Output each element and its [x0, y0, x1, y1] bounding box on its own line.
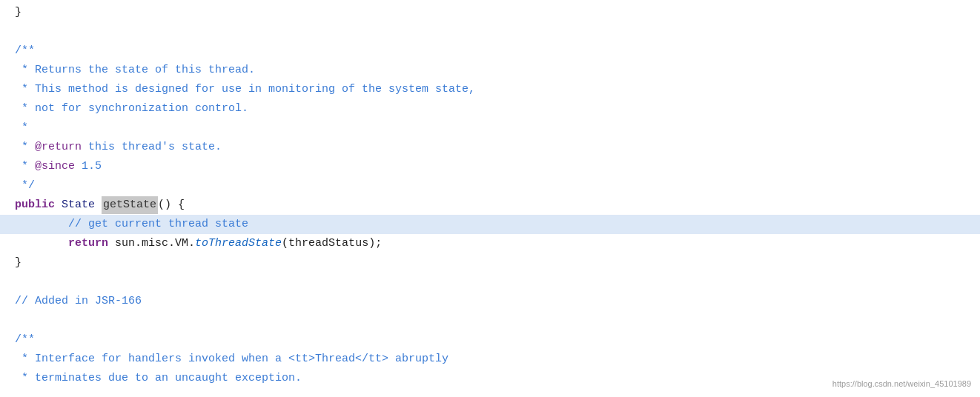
tag-since: @since: [35, 158, 75, 176]
code-line-10: */: [0, 176, 980, 196]
line-content: [15, 312, 21, 330]
code-line-2: [0, 22, 980, 41]
code-line-4: * Returns the state of this thread.: [0, 61, 980, 80]
code-line-18: /**: [0, 330, 980, 350]
line-content: }: [15, 4, 21, 21]
code-line-5: * This method is designed for use in mon…: [0, 80, 980, 99]
inline-comment: // get current thread state: [15, 216, 248, 233]
line-content: * This method is designed for use in mon…: [15, 81, 475, 99]
keyword-return: return: [15, 235, 108, 253]
code-line-1: }: [0, 3, 980, 22]
single-line-comment: // Added in JSR-166: [15, 293, 142, 310]
code-line-8: * @return this thread's state.: [0, 138, 980, 157]
line-content: * Interface for handlers invoked when a …: [15, 350, 448, 368]
watermark: https://blog.csdn.net/weixin_45101989: [832, 378, 971, 391]
line-content: }: [15, 254, 21, 272]
code-block: } /** * Returns the state of this thread…: [0, 0, 980, 391]
type-state: State: [62, 196, 95, 214]
tag-return: @return: [35, 139, 82, 156]
line-content: * terminates due to an uncaught exceptio…: [15, 370, 302, 387]
line-content: [15, 23, 21, 41]
code-line-9: * @since 1.5: [0, 157, 980, 176]
code-line-3: /**: [0, 41, 980, 61]
line-content-rest: this thread's state.: [82, 139, 222, 156]
code-line-15: [0, 273, 980, 292]
method-italic: toThreadState: [195, 235, 282, 253]
return-args: (threadStatus);: [282, 235, 382, 253]
line-content: */: [15, 177, 35, 195]
line-content: /**: [15, 42, 35, 60]
code-line-13: return sun.misc.VM. toThreadState (threa…: [0, 234, 980, 253]
space: [95, 196, 102, 214]
line-content: *: [15, 139, 35, 156]
code-line-16: // Added in JSR-166: [0, 292, 980, 311]
code-line-6: * not for synchronization control.: [0, 99, 980, 119]
line-content: *: [15, 119, 28, 137]
code-line-19: * Interface for handlers invoked when a …: [0, 350, 980, 369]
line-content: * not for synchronization control.: [15, 100, 248, 118]
code-line-7: *: [0, 119, 980, 138]
code-line-17: [0, 311, 980, 330]
line-content: * Returns the state of this thread.: [15, 61, 255, 79]
method-name: getState: [102, 196, 158, 214]
code-container: } /** * Returns the state of this thread…: [0, 0, 980, 397]
code-line-11: public State getState () {: [0, 196, 980, 215]
code-line-14: }: [0, 253, 980, 273]
space: [108, 235, 115, 253]
line-content: /**: [15, 331, 35, 349]
space: [55, 196, 62, 214]
line-content: *: [15, 158, 35, 176]
method-parens: () {: [158, 196, 185, 214]
code-line-12: // get current thread state: [0, 215, 980, 234]
return-prefix: sun.misc.VM.: [115, 235, 195, 253]
keyword-public: public: [15, 196, 55, 214]
line-content: [15, 273, 21, 291]
line-content-rest: 1.5: [75, 158, 102, 176]
